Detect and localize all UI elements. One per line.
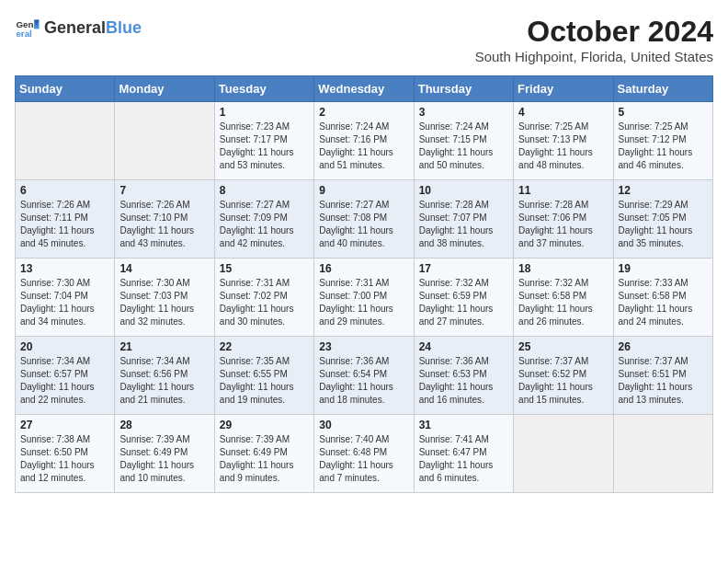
cell-content: Sunrise: 7:26 AMSunset: 7:10 PMDaylight:… — [119, 199, 209, 250]
cell-content: Sunrise: 7:32 AMSunset: 6:59 PMDaylight:… — [419, 277, 508, 328]
cell-content: Sunrise: 7:23 AMSunset: 7:17 PMDaylight:… — [220, 121, 309, 172]
cell-content: Sunrise: 7:31 AMSunset: 7:02 PMDaylight:… — [220, 277, 309, 328]
cell-content: Sunrise: 7:28 AMSunset: 7:07 PMDaylight:… — [419, 199, 508, 250]
weekday-header-saturday: Saturday — [613, 76, 712, 102]
calendar-cell: 15Sunrise: 7:31 AMSunset: 7:02 PMDayligh… — [214, 259, 313, 337]
cell-content: Sunrise: 7:24 AMSunset: 7:16 PMDaylight:… — [319, 121, 408, 172]
logo-general-text: General — [44, 18, 106, 37]
calendar-cell — [613, 415, 712, 493]
day-number: 16 — [319, 262, 408, 275]
cell-content: Sunrise: 7:36 AMSunset: 6:54 PMDaylight:… — [319, 355, 408, 407]
calendar-cell: 11Sunrise: 7:28 AMSunset: 7:06 PMDayligh… — [514, 180, 613, 259]
day-number: 5 — [619, 106, 708, 119]
day-number: 24 — [419, 340, 508, 353]
page-header: Gen eral GeneralBlue October 2024 South … — [15, 15, 713, 64]
cell-content: Sunrise: 7:39 AMSunset: 6:49 PMDaylight:… — [220, 433, 309, 485]
cell-content: Sunrise: 7:37 AMSunset: 6:51 PMDaylight:… — [619, 355, 708, 407]
week-row-2: 6Sunrise: 7:26 AMSunset: 7:11 PMDaylight… — [16, 180, 713, 259]
cell-content: Sunrise: 7:36 AMSunset: 6:53 PMDaylight:… — [419, 355, 508, 407]
day-number: 17 — [419, 262, 508, 275]
calendar-cell: 5Sunrise: 7:25 AMSunset: 7:12 PMDaylight… — [613, 102, 712, 180]
calendar-cell: 27Sunrise: 7:38 AMSunset: 6:50 PMDayligh… — [16, 415, 115, 493]
calendar-cell: 1Sunrise: 7:23 AMSunset: 7:17 PMDaylight… — [214, 102, 313, 180]
calendar-cell: 30Sunrise: 7:40 AMSunset: 6:48 PMDayligh… — [314, 415, 414, 493]
calendar-cell: 13Sunrise: 7:30 AMSunset: 7:04 PMDayligh… — [16, 259, 115, 337]
calendar-cell: 22Sunrise: 7:35 AMSunset: 6:55 PMDayligh… — [214, 337, 313, 415]
cell-content: Sunrise: 7:31 AMSunset: 7:00 PMDaylight:… — [319, 277, 408, 328]
month-title: October 2024 — [475, 15, 713, 49]
weekday-header-sunday: Sunday — [16, 76, 115, 102]
weekday-header-monday: Monday — [115, 76, 214, 102]
day-number: 30 — [319, 419, 408, 431]
day-number: 20 — [20, 340, 109, 353]
day-number: 21 — [119, 340, 209, 353]
day-number: 11 — [518, 184, 608, 197]
calendar-cell: 16Sunrise: 7:31 AMSunset: 7:00 PMDayligh… — [314, 259, 414, 337]
weekday-header-row: SundayMondayTuesdayWednesdayThursdayFrid… — [16, 76, 713, 102]
calendar-cell: 26Sunrise: 7:37 AMSunset: 6:51 PMDayligh… — [613, 337, 712, 415]
week-row-1: 1Sunrise: 7:23 AMSunset: 7:17 PMDaylight… — [16, 102, 713, 180]
calendar-cell: 29Sunrise: 7:39 AMSunset: 6:49 PMDayligh… — [214, 415, 313, 493]
calendar-cell: 14Sunrise: 7:30 AMSunset: 7:03 PMDayligh… — [115, 259, 214, 337]
calendar-cell: 19Sunrise: 7:33 AMSunset: 6:58 PMDayligh… — [613, 259, 712, 337]
cell-content: Sunrise: 7:30 AMSunset: 7:03 PMDaylight:… — [119, 277, 209, 328]
day-number: 18 — [518, 262, 608, 275]
calendar-cell: 17Sunrise: 7:32 AMSunset: 6:59 PMDayligh… — [414, 259, 513, 337]
calendar-cell: 8Sunrise: 7:27 AMSunset: 7:09 PMDaylight… — [214, 180, 313, 259]
calendar-cell: 3Sunrise: 7:24 AMSunset: 7:15 PMDaylight… — [414, 102, 513, 180]
day-number: 31 — [419, 419, 508, 431]
day-number: 23 — [319, 340, 408, 353]
cell-content: Sunrise: 7:25 AMSunset: 7:12 PMDaylight:… — [619, 121, 708, 172]
calendar-cell: 20Sunrise: 7:34 AMSunset: 6:57 PMDayligh… — [16, 337, 115, 415]
day-number: 25 — [518, 340, 608, 353]
cell-content: Sunrise: 7:37 AMSunset: 6:52 PMDaylight:… — [518, 355, 608, 407]
calendar-cell: 6Sunrise: 7:26 AMSunset: 7:11 PMDaylight… — [16, 180, 115, 259]
day-number: 10 — [419, 184, 508, 197]
day-number: 12 — [619, 184, 708, 197]
cell-content: Sunrise: 7:27 AMSunset: 7:09 PMDaylight:… — [220, 199, 309, 250]
calendar-cell: 25Sunrise: 7:37 AMSunset: 6:52 PMDayligh… — [514, 337, 613, 415]
calendar-cell: 23Sunrise: 7:36 AMSunset: 6:54 PMDayligh… — [314, 337, 414, 415]
day-number: 3 — [419, 106, 508, 119]
day-number: 4 — [518, 106, 608, 119]
calendar-cell: 28Sunrise: 7:39 AMSunset: 6:49 PMDayligh… — [115, 415, 214, 493]
calendar-cell: 18Sunrise: 7:32 AMSunset: 6:58 PMDayligh… — [514, 259, 613, 337]
calendar-cell: 4Sunrise: 7:25 AMSunset: 7:13 PMDaylight… — [514, 102, 613, 180]
calendar-table: SundayMondayTuesdayWednesdayThursdayFrid… — [15, 75, 713, 493]
weekday-header-friday: Friday — [514, 76, 613, 102]
calendar-cell: 10Sunrise: 7:28 AMSunset: 7:07 PMDayligh… — [414, 180, 513, 259]
weekday-header-tuesday: Tuesday — [214, 76, 313, 102]
week-row-5: 27Sunrise: 7:38 AMSunset: 6:50 PMDayligh… — [16, 415, 713, 493]
calendar-cell: 7Sunrise: 7:26 AMSunset: 7:10 PMDaylight… — [115, 180, 214, 259]
day-number: 28 — [119, 419, 209, 431]
weekday-header-thursday: Thursday — [414, 76, 513, 102]
day-number: 9 — [319, 184, 408, 197]
logo-blue-text: Blue — [106, 18, 142, 37]
week-row-4: 20Sunrise: 7:34 AMSunset: 6:57 PMDayligh… — [16, 337, 713, 415]
cell-content: Sunrise: 7:39 AMSunset: 6:49 PMDaylight:… — [119, 433, 209, 485]
cell-content: Sunrise: 7:30 AMSunset: 7:04 PMDaylight:… — [20, 277, 109, 328]
cell-content: Sunrise: 7:25 AMSunset: 7:13 PMDaylight:… — [518, 121, 608, 172]
cell-content: Sunrise: 7:35 AMSunset: 6:55 PMDaylight:… — [220, 355, 309, 407]
logo-icon: Gen eral — [15, 15, 40, 40]
cell-content: Sunrise: 7:26 AMSunset: 7:11 PMDaylight:… — [20, 199, 109, 250]
day-number: 13 — [20, 262, 109, 275]
calendar-cell: 12Sunrise: 7:29 AMSunset: 7:05 PMDayligh… — [613, 180, 712, 259]
cell-content: Sunrise: 7:34 AMSunset: 6:57 PMDaylight:… — [20, 355, 109, 407]
week-row-3: 13Sunrise: 7:30 AMSunset: 7:04 PMDayligh… — [16, 259, 713, 337]
weekday-header-wednesday: Wednesday — [314, 76, 414, 102]
location-title: South Highpoint, Florida, United States — [475, 49, 713, 64]
cell-content: Sunrise: 7:27 AMSunset: 7:08 PMDaylight:… — [319, 199, 408, 250]
calendar-cell: 24Sunrise: 7:36 AMSunset: 6:53 PMDayligh… — [414, 337, 513, 415]
cell-content: Sunrise: 7:24 AMSunset: 7:15 PMDaylight:… — [419, 121, 508, 172]
calendar-cell — [514, 415, 613, 493]
day-number: 22 — [220, 340, 309, 353]
day-number: 29 — [220, 419, 309, 431]
logo: Gen eral GeneralBlue — [15, 15, 142, 40]
cell-content: Sunrise: 7:28 AMSunset: 7:06 PMDaylight:… — [518, 199, 608, 250]
calendar-cell: 9Sunrise: 7:27 AMSunset: 7:08 PMDaylight… — [314, 180, 414, 259]
svg-text:eral: eral — [16, 29, 32, 39]
calendar-cell: 2Sunrise: 7:24 AMSunset: 7:16 PMDaylight… — [314, 102, 414, 180]
cell-content: Sunrise: 7:32 AMSunset: 6:58 PMDaylight:… — [518, 277, 608, 328]
day-number: 27 — [20, 419, 109, 431]
